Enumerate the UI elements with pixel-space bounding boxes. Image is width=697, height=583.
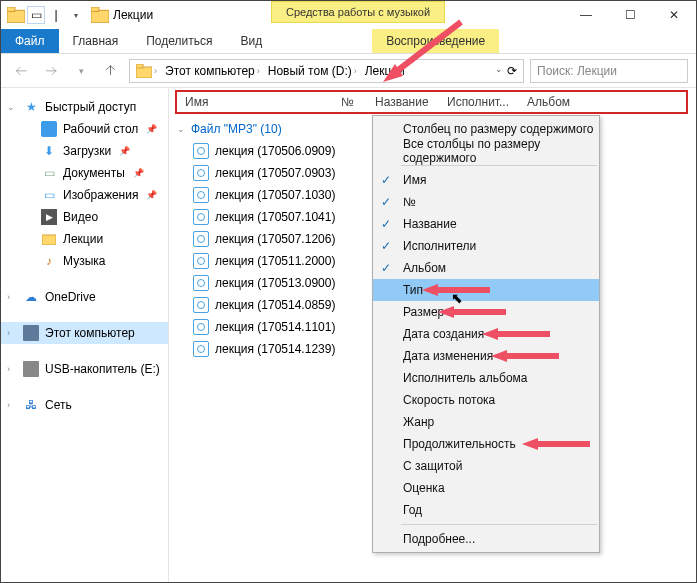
address-bar[interactable]: › Этот компьютер› Новый том (D:)› Лекции… <box>129 59 524 83</box>
video-icon: ▶ <box>41 209 57 225</box>
maximize-button[interactable]: ☐ <box>608 1 652 29</box>
documents-icon: ▭ <box>41 165 57 181</box>
menu-name[interactable]: ✓Имя <box>373 169 599 191</box>
nav-video[interactable]: ▶Видео <box>1 206 168 228</box>
window-title: Лекции <box>113 8 153 22</box>
explorer-icon <box>7 6 25 24</box>
music-tools-tab[interactable]: Средства работы с музыкой <box>271 1 445 23</box>
tab-share[interactable]: Поделиться <box>132 29 226 53</box>
nav-quick-access[interactable]: ⌄★Быстрый доступ <box>1 96 168 118</box>
menu-year[interactable]: Год <box>373 499 599 521</box>
mp3-icon <box>193 165 209 181</box>
refresh-icon[interactable]: ⟳ <box>507 64 517 78</box>
tab-play[interactable]: Воспроизведение <box>372 29 499 53</box>
menu-genre[interactable]: Жанр <box>373 411 599 433</box>
col-title[interactable]: Название <box>367 95 439 109</box>
svg-rect-4 <box>136 67 152 78</box>
mp3-icon <box>193 341 209 357</box>
check-icon: ✓ <box>381 173 391 187</box>
nav-usb[interactable]: ›USB-накопитель (E:) <box>1 358 168 380</box>
svg-rect-3 <box>91 7 99 12</box>
back-button[interactable]: 🡠 <box>9 59 33 83</box>
svg-rect-2 <box>91 11 109 23</box>
menu-size-all[interactable]: Все столбцы по размеру содержимого <box>373 140 599 162</box>
chevron-down-icon: ⌄ <box>177 124 185 134</box>
mp3-icon <box>193 275 209 291</box>
svg-rect-5 <box>136 64 143 68</box>
column-context-menu: Столбец по размеру содержимого Все столб… <box>372 115 600 553</box>
navigation-pane: ⌄★Быстрый доступ Рабочий стол📌 ⬇Загрузки… <box>1 88 169 582</box>
folder-icon <box>136 64 152 78</box>
col-artist[interactable]: Исполнит... <box>439 95 519 109</box>
menu-album[interactable]: ✓Альбом <box>373 257 599 279</box>
pin-icon: 📌 <box>146 124 157 134</box>
nav-lectures[interactable]: Лекции <box>1 228 168 250</box>
crumb-folder[interactable]: Лекции <box>361 64 409 78</box>
crumb-drive[interactable]: Новый том (D:)› <box>264 64 361 78</box>
menu-separator <box>401 524 597 525</box>
menu-artists[interactable]: ✓Исполнители <box>373 235 599 257</box>
menu-size[interactable]: Размер <box>373 301 599 323</box>
col-num[interactable]: № <box>333 95 367 109</box>
menu-date-modified[interactable]: Дата изменения <box>373 345 599 367</box>
nav-network[interactable]: ›🖧Сеть <box>1 394 168 416</box>
nav-this-pc[interactable]: ›Этот компьютер <box>1 322 168 344</box>
menu-rating[interactable]: Оценка <box>373 477 599 499</box>
menu-type[interactable]: Тип <box>373 279 599 301</box>
qat-props-icon[interactable]: ▭ <box>27 6 45 24</box>
svg-rect-1 <box>7 7 15 12</box>
nav-music[interactable]: ♪Музыка <box>1 250 168 272</box>
nav-documents[interactable]: ▭Документы📌 <box>1 162 168 184</box>
addr-dropdown-icon[interactable]: ⌄ <box>495 64 503 78</box>
desktop-icon <box>41 121 57 137</box>
check-icon: ✓ <box>381 217 391 231</box>
mp3-icon <box>193 253 209 269</box>
menu-protected[interactable]: С защитой <box>373 455 599 477</box>
menu-album-artist[interactable]: Исполнитель альбома <box>373 367 599 389</box>
folder-icon <box>41 231 57 247</box>
nav-desktop[interactable]: Рабочий стол📌 <box>1 118 168 140</box>
this-pc-icon <box>23 325 39 341</box>
menu-length[interactable]: Продолжительность <box>373 433 599 455</box>
menu-title[interactable]: ✓Название <box>373 213 599 235</box>
column-header[interactable]: Имя № Название Исполнит... Альбом <box>175 90 688 114</box>
close-button[interactable]: ✕ <box>652 1 696 29</box>
menu-bitrate[interactable]: Скорость потока <box>373 389 599 411</box>
minimize-button[interactable]: — <box>564 1 608 29</box>
tab-view[interactable]: Вид <box>226 29 276 53</box>
forward-button[interactable]: 🡢 <box>39 59 63 83</box>
qat-dropdown-icon[interactable]: ▾ <box>67 6 85 24</box>
search-input[interactable]: Поиск: Лекции <box>530 59 688 83</box>
usb-icon <box>23 361 39 377</box>
pin-icon: 📌 <box>119 146 130 156</box>
recent-dropdown[interactable]: ▾ <box>69 59 93 83</box>
svg-rect-0 <box>7 11 25 23</box>
crumb-this-pc[interactable]: Этот компьютер› <box>161 64 264 78</box>
tab-home[interactable]: Главная <box>59 29 133 53</box>
pictures-icon: ▭ <box>41 187 57 203</box>
up-button[interactable]: 🡡 <box>99 59 123 83</box>
mp3-icon <box>193 187 209 203</box>
col-album[interactable]: Альбом <box>519 95 578 109</box>
qat-sep: | <box>47 6 65 24</box>
folder-icon <box>91 6 109 24</box>
svg-rect-6 <box>42 235 56 245</box>
pin-icon: 📌 <box>146 190 157 200</box>
nav-downloads[interactable]: ⬇Загрузки📌 <box>1 140 168 162</box>
menu-num[interactable]: ✓№ <box>373 191 599 213</box>
music-icon: ♪ <box>41 253 57 269</box>
menu-more[interactable]: Подробнее... <box>373 528 599 550</box>
mp3-icon <box>193 231 209 247</box>
nav-onedrive[interactable]: ›☁OneDrive <box>1 286 168 308</box>
network-icon: 🖧 <box>23 397 39 413</box>
nav-pictures[interactable]: ▭Изображения📌 <box>1 184 168 206</box>
col-name[interactable]: Имя <box>177 95 333 109</box>
tab-file[interactable]: Файл <box>1 29 59 53</box>
mp3-icon <box>193 209 209 225</box>
check-icon: ✓ <box>381 261 391 275</box>
mp3-icon <box>193 319 209 335</box>
downloads-icon: ⬇ <box>41 143 57 159</box>
star-icon: ★ <box>23 99 39 115</box>
menu-date-created[interactable]: Дата создания <box>373 323 599 345</box>
check-icon: ✓ <box>381 195 391 209</box>
